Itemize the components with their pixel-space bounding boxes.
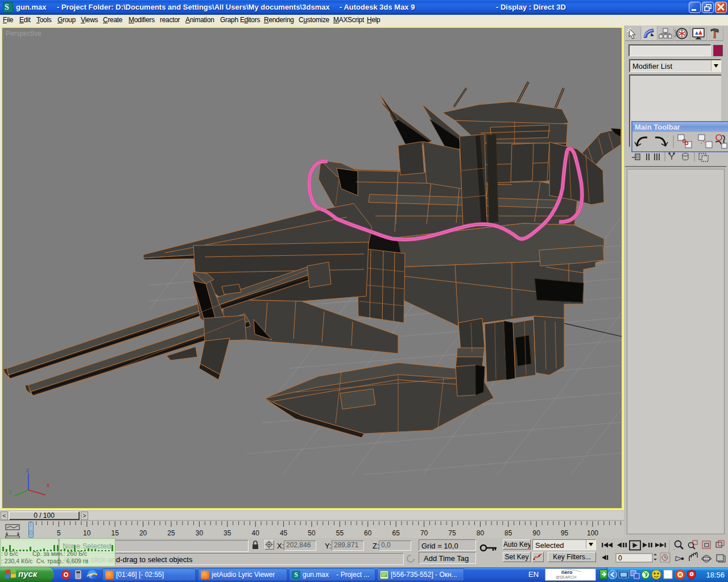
svg-text:x: x [47, 482, 49, 488]
svg-text:40: 40 [252, 529, 260, 537]
svg-text:@SEARCH: @SEARCH [556, 575, 576, 579]
svg-text:95: 95 [561, 529, 569, 537]
svg-text:55: 55 [336, 529, 344, 537]
svg-text:0: 0 [618, 554, 622, 562]
svg-text:25: 25 [167, 529, 175, 537]
svg-text:65: 65 [392, 529, 400, 537]
svg-text:75: 75 [448, 529, 456, 537]
svg-text:70: 70 [420, 529, 428, 537]
svg-text:5: 5 [57, 529, 61, 537]
svg-text:50: 50 [308, 529, 316, 537]
svg-text:60: 60 [364, 529, 372, 537]
svg-text:45: 45 [280, 529, 288, 537]
svg-text:20: 20 [139, 529, 147, 537]
svg-text:e: e [89, 571, 93, 579]
svg-text:80: 80 [477, 529, 485, 537]
svg-text:90: 90 [533, 529, 541, 537]
svg-text:35: 35 [224, 529, 231, 537]
svg-text:85: 85 [504, 529, 512, 537]
svg-text:z: z [26, 467, 29, 473]
svg-text:10: 10 [83, 529, 91, 537]
svg-text:30: 30 [196, 529, 204, 537]
svg-text:15: 15 [111, 529, 119, 537]
svg-text:y: y [9, 488, 12, 494]
svg-text:100: 100 [587, 529, 598, 537]
